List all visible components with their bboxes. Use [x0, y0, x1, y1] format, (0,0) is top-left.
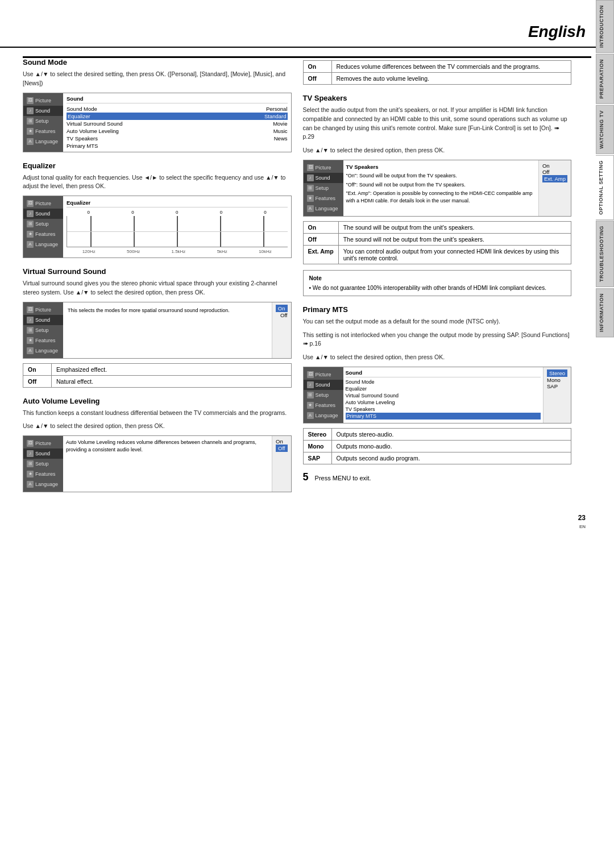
left-column: Sound Mode Use ▲/▼ to select the desired…: [23, 58, 292, 497]
vs-sidebar-picture[interactable]: 🖼Picture: [23, 305, 63, 315]
eq-sidebar-picture[interactable]: 🖼Picture: [23, 198, 63, 209]
vs-on-off-table: On Emphasized effect. Off Natural effect…: [23, 363, 292, 388]
tab-information[interactable]: INFORMATION: [596, 288, 614, 337]
tvs-desc-header: TV Speakers: [346, 163, 536, 171]
tvs-sidebar: 🖼Picture ♪Sound ⊞Setup ★Features ALangua…: [304, 160, 343, 216]
tab-troubleshooting[interactable]: TROUBLESHOOTING: [596, 221, 614, 287]
mts-sidebar-sound[interactable]: ♪Sound: [304, 380, 343, 390]
mts-setup-icon: ⊞: [307, 392, 314, 398]
mts-option-sap[interactable]: SAP: [547, 383, 567, 389]
step5-text: Press MENU to exit.: [315, 475, 371, 481]
ext-extamp-label: Ext. Amp: [303, 245, 338, 264]
vs-sidebar-language[interactable]: ALanguage: [23, 346, 63, 356]
eq-language-icon: A: [27, 241, 34, 248]
eq-bar-1: [90, 216, 92, 231]
tvs-option-off[interactable]: Off: [542, 169, 567, 175]
tab-introduction[interactable]: INTRODUCTION: [596, 0, 614, 53]
tvs-sidebar-sound[interactable]: ♪Sound: [304, 173, 343, 183]
vs-sidebar-sound[interactable]: ♪Sound: [23, 315, 63, 325]
eq-sidebar-language[interactable]: ALanguage: [23, 239, 63, 250]
tvs-options: On Off Ext. Amp: [538, 160, 571, 216]
mts-picture-icon: 🖼: [307, 371, 314, 378]
tvs-desc-off: "Off": Sound will not be output from the…: [346, 181, 536, 189]
ext-on-label: On: [303, 221, 338, 233]
tab-watching-tv[interactable]: WATCHING TV: [596, 105, 614, 154]
intro-on-value: Reduces volume differences between the T…: [331, 61, 571, 73]
vs-sidebar-features[interactable]: ★Features: [23, 335, 63, 346]
sap-mono-row: Mono Outputs mono-audio.: [303, 440, 571, 452]
av-language-icon: A: [27, 481, 34, 488]
menu-row-equalizer: Equalizer Standard: [67, 113, 288, 120]
sidebar-picture[interactable]: 🖼Picture: [23, 95, 63, 106]
features-icon: ★: [27, 128, 34, 135]
av-sidebar-features[interactable]: ★Features: [23, 469, 63, 479]
sound-mode-value: Personal: [266, 106, 288, 112]
mts-sidebar-features[interactable]: ★Features: [304, 400, 343, 410]
sound-header: Sound: [67, 95, 288, 103]
eq-sidebar-sound[interactable]: ♪Sound: [23, 209, 63, 219]
mts-menu-box: 🖼Picture ♪Sound ⊞Setup ★Features ALangua…: [303, 367, 572, 423]
mts-features-icon: ★: [307, 402, 314, 409]
mts-language-icon: A: [307, 412, 314, 419]
av-sidebar-sound[interactable]: ♪Sound: [23, 448, 63, 459]
mts-sidebar-language[interactable]: ALanguage: [304, 410, 343, 421]
equalizer-box: 🖼Picture ♪Sound ⊞Setup ★Features ALangu: [23, 196, 292, 258]
avl-value: Music: [273, 128, 288, 134]
eq-freq-5: 10kHz: [259, 249, 272, 254]
vs-option-off[interactable]: Off: [280, 312, 288, 318]
av-sidebar: 🖼Picture ♪Sound ⊞Setup ★Features ALangua…: [23, 436, 63, 492]
note-title: Note: [309, 274, 566, 283]
primary-mts-desc3: Use ▲/▼ to select the desired option, th…: [303, 353, 572, 362]
menu-row-vss: Virtual Surround Sound Movie: [67, 120, 288, 127]
mts-row-tvs: TV Speakers: [346, 406, 541, 413]
note-content: • We do not guarantee 100% interoperabil…: [309, 284, 566, 292]
tvs-option-on[interactable]: On: [542, 163, 567, 169]
av-option-off[interactable]: Off: [276, 445, 288, 452]
sound-mode-desc: Use ▲/▼ to select the desired setting, t…: [23, 70, 292, 88]
tvs-sidebar-features[interactable]: ★Features: [304, 193, 343, 203]
sound-mode-sidebar: 🖼Picture ♪Sound ⊞Setup ★Features ALangua…: [23, 93, 63, 152]
av-sidebar-language[interactable]: ALanguage: [23, 479, 63, 489]
sound-mode-content: Sound Sound Mode Personal Equalizer Stan…: [63, 93, 291, 152]
avl-desc1: This function keeps a constant loudness …: [23, 409, 292, 418]
page-container: INTRODUCTION PREPARATION WATCHING TV OPT…: [0, 0, 614, 868]
sound-mode-title: Sound Mode: [23, 58, 292, 67]
tvs-sidebar-picture[interactable]: 🖼Picture: [304, 163, 343, 173]
tab-optional-setting[interactable]: OPTIONAL SETTING: [596, 155, 614, 220]
eq-freq-3: 1.5kHz: [171, 249, 185, 254]
equalizer-label: Equalizer: [68, 113, 90, 119]
mts-sidebar-setup[interactable]: ⊞Setup: [304, 390, 343, 400]
eq-val-4: 0: [220, 210, 222, 215]
intro-off-label: Off: [303, 73, 331, 85]
tab-preparation[interactable]: PREPARATION: [596, 54, 614, 104]
mts-content: Sound Sound Mode Equalizer Virtual Surro…: [343, 367, 544, 423]
tvs-sidebar-language[interactable]: ALanguage: [304, 203, 343, 214]
sidebar-language[interactable]: ALanguage: [23, 136, 63, 147]
vs-option-on[interactable]: On: [276, 305, 288, 312]
eq-sidebar-features[interactable]: ★Features: [23, 229, 63, 239]
eq-bar-5b: [263, 231, 264, 247]
tvs-language-icon: A: [307, 205, 314, 212]
av-sidebar-setup[interactable]: ⊞Setup: [23, 459, 63, 469]
vs-on-label: On: [23, 363, 52, 375]
language-icon: A: [27, 138, 34, 145]
mts-sidebar-picture[interactable]: 🖼Picture: [304, 369, 343, 380]
menu-row-primary-mts: Primary MTS: [67, 142, 288, 149]
tvs-sound-icon: ♪: [307, 175, 314, 181]
vs-sidebar-setup[interactable]: ⊞Setup: [23, 325, 63, 335]
tvs-sidebar-setup[interactable]: ⊞Setup: [304, 183, 343, 193]
mts-option-mono[interactable]: Mono: [547, 377, 567, 383]
eq-sidebar-setup[interactable]: ⊞Setup: [23, 219, 63, 229]
sidebar-sound[interactable]: ♪Sound: [23, 106, 63, 116]
mts-option-stereo[interactable]: Stereo: [547, 369, 567, 377]
sidebar-setup[interactable]: ⊞Setup: [23, 116, 63, 126]
sidebar-features[interactable]: ★Features: [23, 126, 63, 136]
page-number-area: 23 EN: [0, 514, 614, 530]
tvs-option-ext[interactable]: Ext. Amp: [542, 175, 567, 182]
av-option-on[interactable]: On: [276, 438, 288, 445]
eq-val-1: 0: [88, 210, 90, 215]
eq-freq-1: 120Hz: [82, 249, 96, 254]
primary-mts-label: Primary MTS: [67, 143, 98, 149]
av-sidebar-picture[interactable]: 🖼Picture: [23, 438, 63, 448]
mts-sound-icon: ♪: [307, 381, 314, 388]
